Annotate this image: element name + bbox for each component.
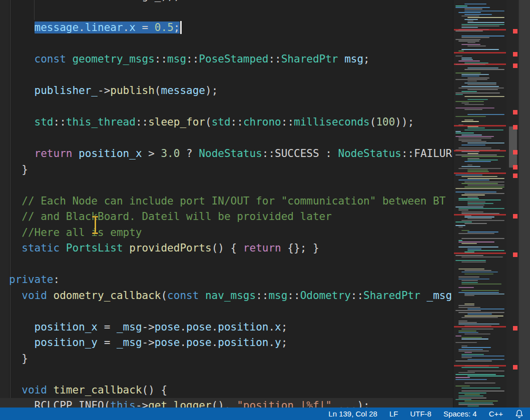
- minimap-line: [461, 58, 472, 58]
- code-line[interactable]: [0, 4, 453, 20]
- minimap-line: [458, 40, 479, 42]
- minimap-line: [458, 180, 489, 180]
- minimap-error-line: [454, 52, 506, 54]
- code-line[interactable]: position_x = _msg->pose.pose.position.x;: [0, 320, 453, 336]
- minimap-line: [455, 56, 462, 56]
- code-line[interactable]: publisher_->publish(message);: [0, 83, 453, 99]
- minimap-line: [461, 284, 501, 284]
- minimap-error-line: [454, 252, 506, 254]
- minimap-line: [464, 223, 487, 224]
- minimap-line: [461, 367, 499, 368]
- code-line[interactable]: message.linear.x = 0.5;: [0, 20, 453, 36]
- minimap-line: [455, 72, 481, 74]
- minimap-line: [458, 50, 464, 52]
- minimap-line: [464, 130, 503, 130]
- overview-ruler-error-mark: [513, 365, 517, 370]
- minimap-line: [467, 128, 485, 128]
- minimap-line: [461, 317, 498, 318]
- minimap-line: [455, 222, 472, 222]
- code-line[interactable]: [0, 178, 453, 194]
- status-item-eol-sequence[interactable]: LF: [389, 410, 398, 418]
- minimap-line: [467, 248, 481, 250]
- minimap-error-line: [454, 64, 506, 65]
- overview-ruler-error-mark: [513, 110, 517, 114]
- minimap-line: [467, 308, 504, 310]
- minimap-line: [464, 104, 484, 105]
- minimap-line: [461, 141, 486, 142]
- minimap-line: [461, 86, 499, 87]
- code-line[interactable]: [0, 68, 453, 84]
- minimap[interactable]: [453, 0, 506, 408]
- minimap-line: [458, 404, 494, 405]
- code-line[interactable]: [0, 36, 453, 52]
- code-line[interactable]: }: [0, 351, 453, 367]
- code-line[interactable]: //Here all is empty: [0, 225, 453, 241]
- minimap-line: [458, 305, 474, 306]
- minimap-line: [455, 132, 474, 134]
- code-line[interactable]: [0, 366, 453, 382]
- code-line[interactable]: // Each Node can include port IN/OUT for…: [0, 194, 453, 210]
- minimap-line: [464, 4, 486, 4]
- minimap-line: [455, 154, 497, 156]
- minimap-line: [464, 8, 482, 10]
- minimap-line: [461, 76, 479, 76]
- minimap-line: [467, 314, 492, 314]
- minimap-line: [467, 99, 488, 100]
- code-line[interactable]: private:: [0, 272, 453, 288]
- code-line[interactable]: const geometry_msgs::msg::PoseStamped::S…: [0, 52, 453, 68]
- minimap-line: [455, 225, 465, 226]
- status-item-language-mode[interactable]: C++: [489, 410, 503, 418]
- minimap-line: [458, 226, 463, 228]
- status-item-cursor-position[interactable]: Ln 139, Col 28: [328, 410, 377, 418]
- minimap-line: [455, 206, 483, 208]
- code-line[interactable]: [0, 130, 453, 146]
- minimap-line: [461, 183, 498, 184]
- code-line[interactable]: return position_x > 3.0 ? NodeStatus::SU…: [0, 146, 453, 162]
- code-line[interactable]: RCLCPP_INFO(this->get_logger(), "positio…: [0, 398, 453, 408]
- minimap-line: [461, 36, 504, 36]
- minimap-line: [464, 394, 480, 395]
- code-editor[interactable]: message_)); message.linear.x = 0.5; cons…: [0, 0, 453, 408]
- scrollbar-thumb[interactable]: [509, 126, 517, 168]
- code-line[interactable]: std::this_thread::sleep_for(std::chrono:…: [0, 114, 453, 130]
- minimap-line: [464, 182, 504, 182]
- code-line[interactable]: }: [0, 162, 453, 178]
- minimap-line: [461, 194, 485, 196]
- minimap-line: [458, 140, 481, 140]
- minimap-line: [461, 49, 499, 50]
- minimap-line: [458, 210, 468, 210]
- status-item-encoding[interactable]: UTF-8: [410, 410, 431, 418]
- minimap-line: [455, 116, 486, 117]
- minimap-error-line: [454, 172, 506, 174]
- minimap-line: [467, 406, 479, 406]
- minimap-line: [461, 272, 498, 272]
- minimap-line: [467, 164, 472, 166]
- minimap-line: [467, 158, 479, 159]
- minimap-line: [461, 390, 504, 392]
- minimap-line: [464, 82, 496, 84]
- code-line[interactable]: void odometry_callback(const nav_msgs::m…: [0, 288, 453, 304]
- code-line[interactable]: void timer_callback() {: [0, 382, 453, 398]
- code-line[interactable]: [0, 304, 453, 320]
- text-cursor: [180, 21, 182, 34]
- bell-icon[interactable]: [514, 409, 524, 418]
- minimap-line: [464, 334, 490, 334]
- code-line[interactable]: [0, 99, 453, 115]
- minimap-line: [461, 230, 469, 231]
- overview-ruler-error-mark: [513, 150, 517, 154]
- minimap-line: [467, 359, 504, 360]
- code-line[interactable]: // and BlackBoard. Dateil will be proivi…: [0, 209, 453, 225]
- minimap-line: [461, 337, 482, 338]
- minimap-line: [467, 46, 486, 46]
- minimap-line: [461, 357, 472, 358]
- overview-ruler-error-mark: [513, 29, 517, 34]
- minimap-line: [455, 6, 467, 6]
- minimap-line: [467, 376, 504, 376]
- code-line[interactable]: [0, 256, 453, 272]
- minimap-line: [461, 27, 478, 28]
- status-item-indentation[interactable]: Spaces: 4: [443, 410, 477, 418]
- overview-ruler-error-mark: [513, 174, 517, 178]
- code-line[interactable]: position_y = _msg->pose.pose.position.y;: [0, 335, 453, 351]
- minimap-line: [467, 142, 504, 144]
- code-line[interactable]: static PortsList providedPorts() { retur…: [0, 240, 453, 256]
